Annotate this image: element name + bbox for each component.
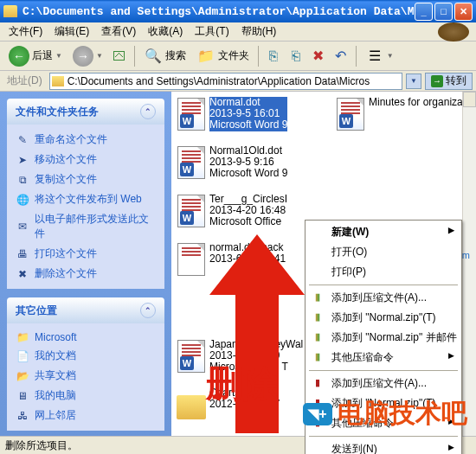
place-mydocs[interactable]: 📄我的文档 [16,346,156,366]
file-meta: Normal.dot2013-9-5 16:01Microsoft Word 9 [209,97,287,131]
file-meta: Normal1Old.dot2013-9-5 9:16Microsoft Wor… [209,145,287,180]
other-places-header[interactable]: 其它位置 ⌃ [7,297,164,323]
task-publish[interactable]: 🌐将这个文件发布到 Web [16,189,156,209]
file-tasks-panel: 文件和文件夹任务 ⌃ ✎重命名这个文件➤移动这个文件⧉复制这个文件🌐将这个文件发… [7,99,164,289]
task-print[interactable]: 🖶打印这个文件 [16,244,156,264]
context-menu-item[interactable]: ▮添加到 "Normal.zip"(T) [307,308,460,328]
task-move[interactable]: ➤移动这个文件 [16,150,156,169]
place-network[interactable]: 🖧网上邻居 [16,406,156,425]
task-label: 重命名这个文件 [35,132,107,147]
context-menu-item[interactable]: ▮添加到 "Normal.zip"(T) [307,393,460,413]
mydocs-icon: 📄 [16,350,29,362]
menu-item-label: 打开(O) [331,246,367,258]
forward-button[interactable]: → ▼ [69,44,106,68]
forward-arrow-icon: → [73,46,93,67]
back-dropdown-icon[interactable]: ▼ [55,52,62,60]
task-email[interactable]: ✉以电子邮件形式发送此文件 [16,209,156,244]
place-label: Microsoft [35,331,77,343]
task-rename[interactable]: ✎重命名这个文件 [16,130,156,150]
address-input[interactable]: C:\Documents and Settings\Administrator\… [49,73,402,90]
file-item[interactable]: normal.dot.back2013-6-27 15:41 [177,242,324,277]
other-places-panel: 其它位置 ⌃ 📁Microsoft📄我的文档📂共享文档🖥我的电脑🖧网上邻居 [7,297,164,431]
file-item[interactable]: WNormal1Old.dot2013-9-5 9:16Microsoft Wo… [177,145,324,180]
up-button[interactable]: ⮹ [110,47,129,66]
word-file-icon: W [177,340,205,373]
task-copy[interactable]: ⧉复制这个文件 [16,169,156,189]
context-menu-item[interactable]: ▮其他压缩命令▶ [307,413,460,433]
menu-item-label: 添加到 "Normal.zip"(T) [331,397,436,409]
tasks-sidebar: 文件和文件夹任务 ⌃ ✎重命名这个文件➤移动这个文件⧉复制这个文件🌐将这个文件发… [0,92,171,453]
context-menu-item[interactable]: ▮其他压缩命令▶ [307,348,460,368]
menu-item-label: 其他压缩命令 [331,351,394,363]
menu-favorites[interactable]: 收藏(A) [143,22,188,41]
menu-item-label: 新建(W) [331,226,369,238]
copy-to-button[interactable]: ⎗ [286,47,306,66]
menu-file[interactable]: 文件(F) [3,22,48,41]
minimize-button[interactable]: _ [415,3,433,21]
search-button[interactable]: 🔍 搜索 [140,45,190,67]
menu-help[interactable]: 帮助(H) [236,22,282,41]
menu-separator [309,285,458,285]
network-icon: 🖧 [16,410,29,422]
folders-button[interactable]: 📁 文件夹 [193,45,253,67]
print-icon: 🖶 [16,248,29,260]
file-meta: normal.dot.back2013-6-27 15:41 [209,242,286,277]
file-item[interactable]: WMinutes for organization... [336,97,476,131]
menu-item-label: 其他压缩命令 [331,417,394,429]
views-button[interactable]: ☰ ▼ [362,45,397,67]
context-menu-item[interactable]: 打印(P) [307,262,460,282]
context-menu: 新建(W)▶打开(O)打印(P)▮添加到压缩文件(A)...▮添加到 "Norm… [305,220,462,454]
menu-view[interactable]: 查看(V) [96,22,141,41]
move-icon: ➤ [16,154,29,166]
address-path: C:\Documents and Settings\Administrator\… [68,75,370,87]
undo-button[interactable]: ↶ [331,47,351,66]
file-type: Microsoft Office [209,216,287,227]
place-folder[interactable]: 📁Microsoft [16,329,156,346]
go-arrow-icon: → [431,75,443,87]
file-item[interactable]: WTer___g_CirclesI2013-4-20 16:48Microsof… [177,194,324,228]
delete-button[interactable]: ✖ [309,47,328,66]
copy-icon: ⧉ [16,174,29,186]
context-menu-item[interactable]: ▮添加到 "Normal.zip" 并邮件 [307,328,460,348]
window-titlebar: C:\Documents and Settings\Administrator\… [0,0,476,22]
rename-icon: ✎ [16,134,29,146]
shared-icon: 📂 [16,370,29,382]
file-name: Minutes for organization... [369,97,476,108]
submenu-arrow-icon: ▶ [448,226,454,234]
place-shared[interactable]: 📂共享文档 [16,366,156,386]
file-item[interactable]: WNormal.dot2013-9-5 16:01Microsoft Word … [177,97,324,131]
back-button[interactable]: ← 后退 ▼ [5,44,66,68]
address-bar: 地址(D) C:\Documents and Settings\Administ… [0,71,476,92]
move-to-button[interactable]: ⎘ [264,47,283,66]
maximize-button[interactable]: □ [434,3,453,21]
file-item[interactable]: WJapaneseMoneyWal2013-9-4 16:49Microsoft… [177,339,324,374]
place-mycomputer[interactable]: 🖥我的电脑 [16,386,156,406]
context-menu-item[interactable]: 新建(W)▶ [307,222,460,242]
status-text: 删除所选项目。 [5,438,78,453]
file-tasks-header[interactable]: 文件和文件夹任务 ⌃ [7,99,164,125]
file-type: Microsoft Word T [209,361,303,373]
task-label: 以电子邮件形式发送此文件 [35,212,156,241]
vertical-scrollbar[interactable] [462,92,476,453]
menu-tools[interactable]: 工具(T) [190,22,234,41]
close-button[interactable]: ✕ [454,3,473,21]
word-file-icon: W [177,98,205,131]
task-delete[interactable]: ✖删除这个文件 [16,264,156,284]
submenu-arrow-icon: ▶ [448,417,454,425]
menu-edit[interactable]: 编辑(E) [49,22,94,41]
address-dropdown-button[interactable]: ▼ [406,74,421,89]
menu-item-label: 添加到压缩文件(A)... [331,377,427,389]
go-button[interactable]: → 转到 [425,73,473,90]
mycomputer-icon: 🖥 [16,390,29,402]
file-item[interactable]: Charts2012-2-3 16:27 [177,387,324,422]
context-menu-item[interactable]: 打开(O) [307,242,460,262]
file-meta: JapaneseMoneyWal2013-9-4 16:49Microsoft … [209,339,303,374]
context-menu-item[interactable]: 发送到(N)▶ [307,439,460,454]
context-menu-item[interactable]: ▮添加到压缩文件(A)... [307,374,460,393]
forward-dropdown-icon[interactable]: ▼ [96,52,103,60]
context-menu-item[interactable]: ▮添加到压缩文件(A)... [307,288,460,308]
archive-icon: ▮ [311,329,325,343]
views-dropdown-icon[interactable]: ▼ [387,52,394,60]
delete-icon: ✖ [16,268,29,280]
file-date: 2013-6-27 15:41 [209,253,286,265]
